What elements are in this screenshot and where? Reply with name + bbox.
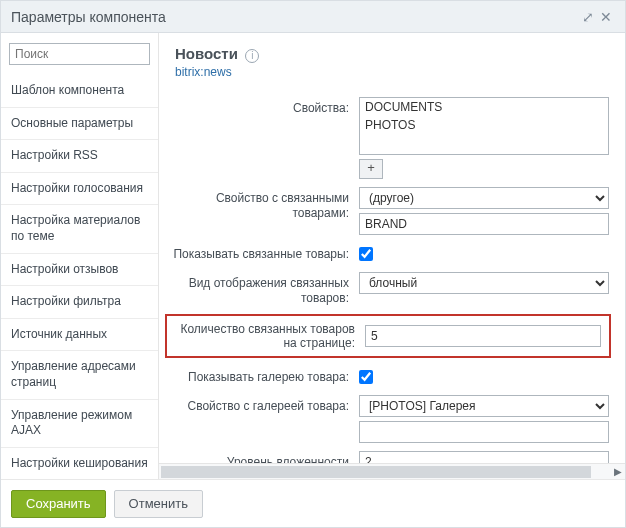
scroll-right-icon[interactable]: ▶ [611, 464, 625, 479]
component-params-dialog: Параметры компонента ⤢ ✕ Шаблон компонен… [0, 0, 626, 528]
nest-depth-input[interactable] [359, 451, 609, 463]
info-icon[interactable]: i [245, 49, 259, 63]
linked-prop-select[interactable]: (другое) [359, 187, 609, 209]
horizontal-scrollbar[interactable]: ◀ ▶ [159, 463, 625, 479]
gallery-prop-input[interactable] [359, 421, 609, 443]
label-linked-prop: Свойство с связанными товарами: [159, 187, 359, 221]
form-scroll[interactable]: Свойства: DOCUMENTSPHOTOS + Свойство с с… [159, 85, 625, 463]
add-prop-button[interactable]: + [359, 159, 383, 179]
sidebar-item[interactable]: Шаблон компонента [1, 75, 158, 108]
sidebar-item[interactable]: Настройки RSS [1, 140, 158, 173]
label-props: Свойства: [159, 97, 359, 116]
sidebar-item[interactable]: Управление адресами страниц [1, 351, 158, 399]
multiselect-option[interactable]: PHOTOS [360, 116, 608, 134]
label-show-gallery: Показывать галерею товара: [159, 366, 359, 385]
dialog-footer: Сохранить Отменить [1, 479, 625, 527]
save-button[interactable]: Сохранить [11, 490, 106, 518]
label-linked-count: Количество связанных товаров на странице… [175, 322, 365, 350]
search-input[interactable] [9, 43, 150, 65]
main-panel: Новости i bitrix:news Свойства: DOCUMENT… [159, 33, 625, 479]
close-icon[interactable]: ✕ [597, 9, 615, 25]
view-type-select[interactable]: блочный [359, 272, 609, 294]
multiselect-option[interactable]: DOCUMENTS [360, 98, 608, 116]
sidebar-item[interactable]: Настройки отзывов [1, 254, 158, 287]
sidebar-item[interactable]: Настройка материалов по теме [1, 205, 158, 253]
label-gallery-prop: Свойство с галереей товара: [159, 395, 359, 414]
sidebar-item[interactable]: Настройки фильтра [1, 286, 158, 319]
linked-count-highlight: Количество связанных товаров на странице… [165, 314, 611, 358]
props-multiselect[interactable]: DOCUMENTSPHOTOS [359, 97, 609, 155]
show-gallery-checkbox[interactable] [359, 370, 373, 384]
linked-count-input[interactable] [365, 325, 601, 347]
sidebar-item[interactable]: Основные параметры [1, 108, 158, 141]
scroll-thumb[interactable] [161, 466, 591, 478]
expand-icon[interactable]: ⤢ [579, 9, 597, 25]
sidebar-item[interactable]: Управление режимом AJAX [1, 400, 158, 448]
titlebar: Параметры компонента ⤢ ✕ [1, 1, 625, 33]
label-nest-depth: Уровень вложенности связанных разделов: [159, 451, 359, 463]
gallery-prop-select[interactable]: [PHOTOS] Галерея [359, 395, 609, 417]
sidebar: Шаблон компонентаОсновные параметрыНастр… [1, 33, 159, 479]
sidebar-item[interactable]: Настройки голосования [1, 173, 158, 206]
show-linked-checkbox[interactable] [359, 247, 373, 261]
label-show-linked: Показывать связанные товары: [159, 243, 359, 262]
cancel-button[interactable]: Отменить [114, 490, 203, 518]
component-id: bitrix:news [175, 65, 609, 79]
page-title: Новости [175, 45, 238, 62]
linked-prop-input[interactable] [359, 213, 609, 235]
label-view-type: Вид отображения связанных товаров: [159, 272, 359, 306]
sidebar-item[interactable]: Источник данных [1, 319, 158, 352]
window-title: Параметры компонента [11, 9, 166, 25]
sidebar-nav[interactable]: Шаблон компонентаОсновные параметрыНастр… [1, 75, 158, 479]
sidebar-item[interactable]: Настройки кеширования [1, 448, 158, 479]
